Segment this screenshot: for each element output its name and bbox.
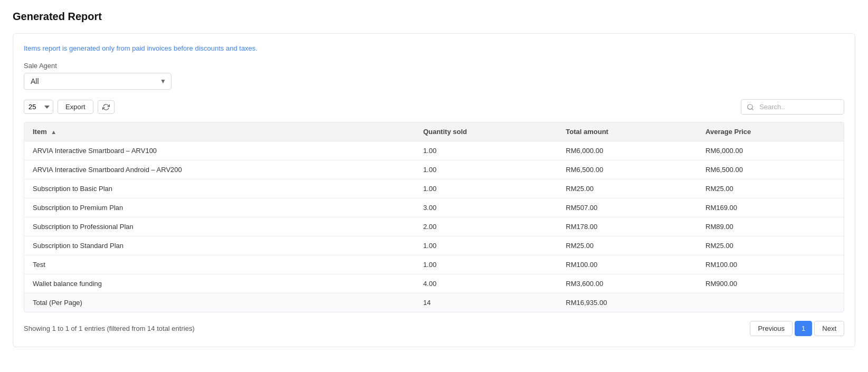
per-page-select[interactable]: 10 25 50 100 bbox=[24, 100, 53, 114]
export-button[interactable]: Export bbox=[58, 100, 93, 114]
toolbar-left: 10 25 50 100 Export bbox=[24, 100, 115, 114]
showing-text: Showing 1 to 1 of 1 entries (filtered fr… bbox=[24, 325, 195, 332]
search-input[interactable] bbox=[759, 100, 844, 114]
cell-quantity: 1.00 bbox=[415, 141, 557, 160]
sort-icon: ▲ bbox=[51, 129, 56, 135]
table-row: ARVIA Interactive Smartboard – ARV100 1.… bbox=[24, 141, 844, 160]
search-icon bbox=[747, 103, 754, 111]
page-title: Generated Report bbox=[13, 11, 855, 23]
table-row: ARVIA Interactive Smartboard Android – A… bbox=[24, 160, 844, 179]
total-avg bbox=[697, 293, 844, 312]
info-text: Items report is generated only from paid… bbox=[24, 44, 844, 52]
total-amount: RM16,935.00 bbox=[557, 293, 697, 312]
total-quantity: 14 bbox=[415, 293, 557, 312]
cell-avg: RM100.00 bbox=[697, 255, 844, 274]
total-row: Total (Per Page) 14 RM16,935.00 bbox=[24, 293, 844, 312]
refresh-icon bbox=[102, 103, 110, 111]
cell-avg: RM169.00 bbox=[697, 198, 844, 217]
table-row: Subscription to Basic Plan 1.00 RM25.00 … bbox=[24, 179, 844, 198]
table-row: Subscription to Premium Plan 3.00 RM507.… bbox=[24, 198, 844, 217]
cell-avg: RM25.00 bbox=[697, 179, 844, 198]
cell-quantity: 2.00 bbox=[415, 217, 557, 236]
cell-quantity: 1.00 bbox=[415, 179, 557, 198]
cell-item: Subscription to Basic Plan bbox=[24, 179, 415, 198]
search-button[interactable] bbox=[741, 100, 759, 114]
cell-item: ARVIA Interactive Smartboard – ARV100 bbox=[24, 141, 415, 160]
cell-total: RM6,500.00 bbox=[557, 160, 697, 179]
pagination: Previous 1 Next bbox=[750, 321, 844, 336]
cell-quantity: 3.00 bbox=[415, 198, 557, 217]
column-total-label: Total amount bbox=[566, 128, 608, 136]
cell-total: RM507.00 bbox=[557, 198, 697, 217]
cell-total: RM178.00 bbox=[557, 217, 697, 236]
cell-total: RM25.00 bbox=[557, 179, 697, 198]
table-footer: Showing 1 to 1 of 1 entries (filtered fr… bbox=[24, 321, 844, 336]
table-row: Test 1.00 RM100.00 RM100.00 bbox=[24, 255, 844, 274]
cell-avg: RM25.00 bbox=[697, 236, 844, 255]
cell-item: Subscription to Standard Plan bbox=[24, 236, 415, 255]
cell-item: ARVIA Interactive Smartboard Android – A… bbox=[24, 160, 415, 179]
cell-total: RM3,600.00 bbox=[557, 274, 697, 293]
data-table: Item ▲ Quantity sold Total amount Averag… bbox=[24, 122, 844, 312]
cell-item: Subscription to Premium Plan bbox=[24, 198, 415, 217]
table-header-row: Item ▲ Quantity sold Total amount Averag… bbox=[24, 122, 844, 141]
sale-agent-label: Sale Agent bbox=[24, 62, 844, 70]
search-wrapper bbox=[741, 99, 844, 115]
cell-quantity: 1.00 bbox=[415, 236, 557, 255]
sale-agent-select-wrapper: All ▼ bbox=[24, 73, 171, 90]
svg-line-1 bbox=[752, 108, 753, 110]
page-1-button[interactable]: 1 bbox=[795, 321, 812, 336]
column-item-label: Item bbox=[33, 128, 47, 136]
cell-item: Test bbox=[24, 255, 415, 274]
total-label: Total (Per Page) bbox=[24, 293, 415, 312]
column-avg-label: Average Price bbox=[705, 128, 751, 136]
previous-button[interactable]: Previous bbox=[750, 321, 793, 336]
report-card: Items report is generated only from paid… bbox=[13, 33, 855, 347]
column-header-average-price: Average Price bbox=[697, 122, 844, 141]
column-header-total-amount: Total amount bbox=[557, 122, 697, 141]
cell-item: Wallet balance funding bbox=[24, 274, 415, 293]
cell-avg: RM89.00 bbox=[697, 217, 844, 236]
cell-total: RM6,000.00 bbox=[557, 141, 697, 160]
cell-quantity: 1.00 bbox=[415, 160, 557, 179]
table-row: Subscription to Standard Plan 1.00 RM25.… bbox=[24, 236, 844, 255]
next-button[interactable]: Next bbox=[814, 321, 844, 336]
toolbar: 10 25 50 100 Export bbox=[24, 99, 844, 115]
cell-quantity: 4.00 bbox=[415, 274, 557, 293]
cell-quantity: 1.00 bbox=[415, 255, 557, 274]
cell-total: RM100.00 bbox=[557, 255, 697, 274]
cell-item: Subscription to Professional Plan bbox=[24, 217, 415, 236]
data-table-wrapper: Item ▲ Quantity sold Total amount Averag… bbox=[24, 122, 844, 312]
cell-total: RM25.00 bbox=[557, 236, 697, 255]
cell-avg: RM6,500.00 bbox=[697, 160, 844, 179]
cell-avg: RM900.00 bbox=[697, 274, 844, 293]
refresh-button[interactable] bbox=[98, 100, 115, 114]
column-quantity-label: Quantity sold bbox=[423, 128, 467, 136]
column-header-quantity-sold: Quantity sold bbox=[415, 122, 557, 141]
table-row: Subscription to Professional Plan 2.00 R… bbox=[24, 217, 844, 236]
column-header-item[interactable]: Item ▲ bbox=[24, 122, 415, 141]
sale-agent-select[interactable]: All bbox=[24, 73, 171, 90]
cell-avg: RM6,000.00 bbox=[697, 141, 844, 160]
table-row: Wallet balance funding 4.00 RM3,600.00 R… bbox=[24, 274, 844, 293]
